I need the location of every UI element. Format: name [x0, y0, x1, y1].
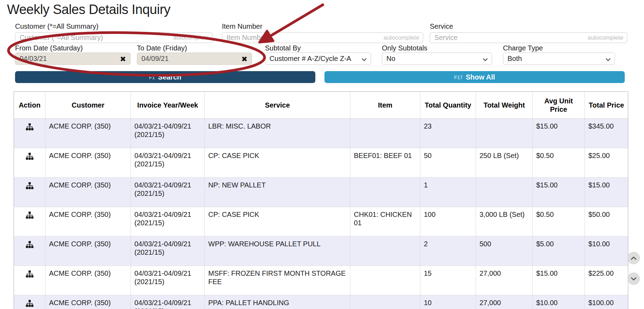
- charge-type-select[interactable]: Both: [503, 53, 615, 65]
- total-weight-cell: 250 LB (Set): [476, 148, 533, 178]
- service-cell: LBR: MISC. LABOR: [205, 119, 350, 148]
- service-label: Service: [430, 22, 453, 30]
- sitemap-icon[interactable]: [25, 270, 34, 278]
- service-cell: CP: CASE PICK: [205, 148, 350, 178]
- charge-type-label: Charge Type: [503, 44, 543, 52]
- total-quantity-cell: 15: [420, 266, 476, 295]
- service-cell: WPP: WAREHOUSE PALLET PULL: [205, 236, 350, 266]
- autocomplete-hint: autocomplete: [588, 34, 623, 41]
- search-button[interactable]: F1 Search: [15, 71, 315, 83]
- invoice-year-week-cell: 04/03/21-04/09/21 (2021/15): [131, 119, 205, 148]
- invoice-year-week-cell: 04/03/21-04/09/21 (2021/15): [131, 148, 205, 178]
- item-cell: [350, 178, 420, 207]
- service-cell: NP: NEW PALLET: [205, 178, 350, 207]
- total-quantity-cell: 23: [420, 119, 476, 148]
- avg-unit-price-cell: $0.50: [533, 148, 585, 178]
- invoice-year-week-cell: 04/03/21-04/09/21 (2021/15): [131, 295, 205, 309]
- from-date-input[interactable]: 04/03/21 ✖: [15, 53, 131, 65]
- autocomplete-hint: autocomplete: [384, 34, 419, 41]
- item-cell: [350, 119, 420, 148]
- avg-unit-price-cell: $0.50: [533, 207, 585, 236]
- sitemap-icon[interactable]: [25, 123, 34, 131]
- invoice-year-week-cell: 04/03/21-04/09/21 (2021/15): [131, 236, 205, 266]
- item-cell: CHK01: CHICKEN 01: [350, 207, 420, 236]
- service-input[interactable]: Service autocomplete: [430, 32, 627, 43]
- scroll-up-button[interactable]: [628, 252, 640, 264]
- customer-input[interactable]: Customer (*=All Summary) autocomplete: [15, 32, 213, 43]
- table-row: ACME CORP. (350) 04/03/21-04/09/21 (2021…: [14, 207, 628, 236]
- action-cell: [14, 148, 46, 178]
- item-cell: [350, 236, 420, 266]
- annotation-arrow-line: [270, 4, 324, 36]
- total-quantity-cell: 50: [420, 148, 476, 178]
- header-customer: Customer: [46, 92, 131, 119]
- total-weight-cell: [476, 178, 533, 207]
- header-invoice-year-week: Invoice Year/Week: [131, 92, 205, 119]
- customer-cell: ACME CORP. (350): [46, 148, 131, 178]
- header-item: Item: [350, 92, 420, 119]
- total-weight-cell: 3,000 LB (Set): [476, 207, 533, 236]
- action-cell: [14, 119, 46, 148]
- customer-cell: ACME CORP. (350): [46, 207, 131, 236]
- total-weight-cell: 27,000: [476, 295, 533, 309]
- table-row: ACME CORP. (350) 04/03/21-04/09/21 (2021…: [14, 266, 628, 295]
- to-date-value: 04/09/21: [141, 55, 169, 63]
- clear-x-icon[interactable]: ✖: [120, 55, 126, 62]
- total-price-cell: $225.00: [585, 266, 628, 295]
- item-number-input[interactable]: Item Number autocomplete: [222, 32, 423, 43]
- avg-unit-price-cell: $10.00: [533, 295, 585, 309]
- sitemap-icon[interactable]: [25, 152, 34, 160]
- item-number-label: Item Number: [222, 22, 262, 30]
- header-avg-unit-price: Avg Unit Price: [533, 92, 585, 119]
- service-cell: CP: CASE PICK: [205, 207, 350, 236]
- service-placeholder: Service: [434, 34, 458, 42]
- weekly-sales-details-page: Weekly Sales Details Inquiry Customer (*…: [0, 0, 644, 309]
- table-row: ACME CORP. (350) 04/03/21-04/09/21 (2021…: [14, 119, 628, 148]
- total-price-cell: $25.00: [585, 148, 628, 178]
- item-cell: [350, 295, 420, 309]
- to-date-input[interactable]: 04/09/21 ✖: [137, 53, 252, 65]
- page-title: Weekly Sales Details Inquiry: [7, 2, 170, 17]
- sitemap-icon[interactable]: [25, 241, 34, 249]
- customer-cell: ACME CORP. (350): [46, 178, 131, 207]
- search-fkey-label: F1: [149, 75, 155, 80]
- autocomplete-hint: autocomplete: [173, 34, 209, 41]
- header-total-quantity: Total Quantity: [420, 92, 476, 119]
- avg-unit-price-cell: $15.00: [533, 178, 585, 207]
- only-subtotals-select[interactable]: No: [382, 53, 492, 65]
- show-all-button[interactable]: F17 Show All: [324, 71, 625, 83]
- chevron-down-icon: [362, 55, 367, 63]
- total-price-cell: $345.00: [585, 119, 628, 148]
- clear-x-icon[interactable]: ✖: [241, 55, 247, 62]
- total-quantity-cell: 10: [420, 295, 476, 309]
- header-service: Service: [205, 92, 350, 119]
- chevron-down-icon: [631, 276, 637, 282]
- avg-unit-price-cell: $5.00: [533, 236, 585, 266]
- total-quantity-cell: 1: [420, 178, 476, 207]
- total-weight-cell: 27,000: [476, 266, 533, 295]
- sitemap-icon[interactable]: [25, 182, 34, 190]
- only-subtotals-value: No: [386, 55, 396, 63]
- results-table: Action Customer Invoice Year/Week Servic…: [14, 91, 628, 309]
- charge-type-value: Both: [507, 55, 522, 63]
- header-total-price: Total Price: [585, 92, 628, 119]
- action-cell: [14, 236, 46, 266]
- header-total-weight: Total Weight: [476, 92, 533, 119]
- invoice-year-week-cell: 04/03/21-04/09/21 (2021/15): [131, 266, 205, 295]
- service-cell: PPA: PALLET HANDLING: [205, 295, 350, 309]
- subtotal-by-select[interactable]: Customer # A-Z/Cycle Z-A: [265, 53, 371, 65]
- customer-placeholder: Customer (*=All Summary): [20, 34, 103, 42]
- scroll-down-button[interactable]: [628, 273, 640, 285]
- show-all-label: Show All: [466, 73, 495, 81]
- item-cell: [350, 266, 420, 295]
- subtotal-by-value: Customer # A-Z/Cycle Z-A: [270, 55, 351, 63]
- sitemap-icon[interactable]: [25, 300, 34, 308]
- sitemap-icon[interactable]: [25, 211, 34, 219]
- action-cell: [14, 207, 46, 236]
- total-price-cell: $50.00: [585, 207, 628, 236]
- total-price-cell: $100.00: [585, 295, 628, 309]
- total-quantity-cell: 2: [420, 236, 476, 266]
- action-cell: [14, 266, 46, 295]
- action-cell: [14, 295, 46, 309]
- customer-cell: ACME CORP. (350): [46, 295, 131, 309]
